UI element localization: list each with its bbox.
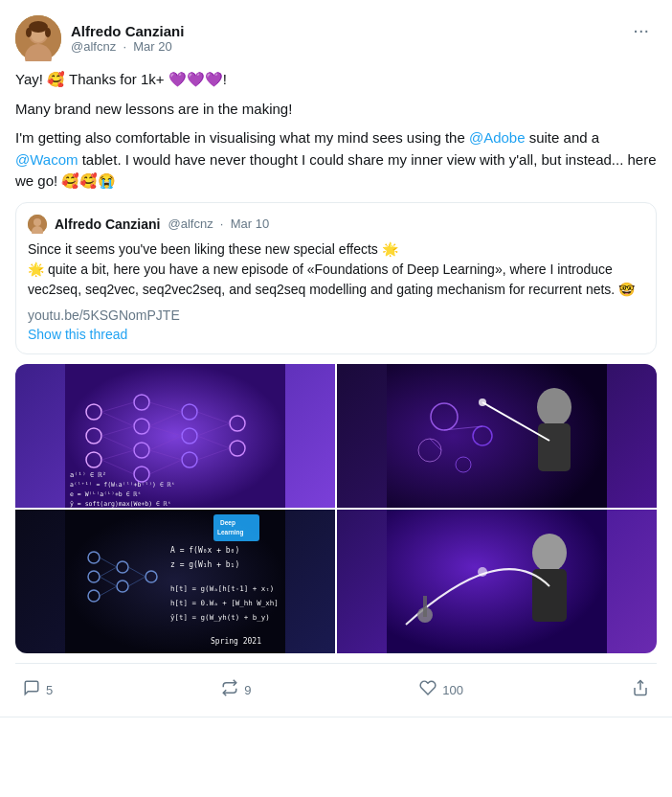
wacom-mention[interactable]: @Wacom — [15, 151, 78, 168]
equations-diagram: A = f(W₀x + b₀) z = g(W₁h + b₁) h[t] = g… — [15, 510, 335, 653]
image-cell-4 — [337, 510, 657, 653]
like-icon — [419, 679, 437, 701]
network-diagram: a⁽¹⁾ ∈ ℝ² a⁽ˡ⁺¹⁾ = f(Wₗa⁽ˡ⁾+b⁽ˡ⁾) ∈ ℝˢ e… — [15, 364, 335, 508]
svg-rect-45 — [538, 423, 571, 471]
avatar-svg — [15, 15, 61, 61]
tweet-header-left: Alfredo Canziani @alfcnz · Mar 20 — [15, 15, 184, 61]
adobe-mention[interactable]: @Adobe — [469, 129, 526, 146]
tweet-line1: Yay! 🥰 Thanks for 1k+ 💜💜💜! — [15, 69, 657, 91]
image-cell-1: a⁽¹⁾ ∈ ℝ² a⁽ˡ⁺¹⁾ = f(Wₗa⁽ˡ⁾+b⁽ˡ⁾) ∈ ℝˢ e… — [15, 364, 335, 508]
image-grid: a⁽¹⁾ ∈ ℝ² a⁽ˡ⁺¹⁾ = f(Wₗa⁽ˡ⁾+b⁽ˡ⁾) ∈ ℝˢ e… — [15, 364, 657, 653]
svg-point-44 — [537, 388, 571, 426]
svg-text:A = f(W₀x + b₀): A = f(W₀x + b₀) — [170, 546, 239, 555]
like-count: 100 — [442, 683, 463, 697]
svg-point-47 — [479, 398, 486, 406]
retweet-icon — [221, 679, 238, 701]
svg-rect-80 — [423, 596, 427, 617]
user-name: Alfredo Canziani — [71, 23, 184, 39]
svg-text:ŷ[t] = g(W_yh(t) + b_y): ŷ[t] = g(W_yh(t) + b_y) — [170, 613, 270, 622]
user-info: Alfredo Canziani @alfcnz · Mar 20 — [71, 23, 184, 54]
svg-text:Learning: Learning — [217, 529, 243, 536]
svg-rect-76 — [387, 510, 607, 653]
youtube-link[interactable]: youtu.be/5KSGNomPJTE — [28, 307, 644, 323]
reply-count: 5 — [46, 683, 53, 697]
tweet-actions: 5 9 100 — [15, 663, 657, 717]
svg-point-4 — [29, 21, 48, 33]
person-diagram-2 — [337, 510, 657, 653]
quoted-user-name: Alfredo Canziani — [55, 216, 160, 232]
svg-text:h[t] = 0.Wₐ + [W_hh W_xh]: h[t] = 0.Wₐ + [W_hh W_xh] — [170, 599, 279, 607]
tweet-line2: Many brand new lessons are in the making… — [15, 99, 657, 121]
tweet-line3: I'm getting also comfortable in visualis… — [15, 127, 657, 193]
tweet-card: Alfredo Canziani @alfcnz · Mar 20 ··· Ya… — [0, 0, 672, 717]
quoted-body: Since it seems you've been liking these … — [28, 239, 644, 300]
quoted-tweet[interactable]: Alfredo Canziani @alfcnz · Mar 10 Since … — [15, 202, 657, 354]
tweet-body: Yay! 🥰 Thanks for 1k+ 💜💜💜! Many brand ne… — [15, 69, 657, 193]
svg-text:Deep: Deep — [220, 519, 235, 527]
svg-text:z = g(W₁h + b₁): z = g(W₁h + b₁) — [170, 560, 239, 569]
svg-text:a⁽¹⁾ ∈ ℝ²: a⁽¹⁾ ∈ ℝ² — [70, 471, 106, 479]
image-cell-3: A = f(W₀x + b₀) z = g(W₁h + b₁) h[t] = g… — [15, 510, 335, 653]
like-button[interactable]: 100 — [412, 675, 471, 705]
retweet-button[interactable]: 9 — [213, 675, 258, 705]
reply-button[interactable]: 5 — [15, 675, 60, 705]
avatar — [15, 15, 61, 61]
quoted-handle-date: @alfcnz · Mar 10 — [168, 216, 269, 231]
svg-rect-43 — [387, 364, 607, 508]
person-diagram-1 — [337, 364, 657, 508]
quoted-header: Alfredo Canziani @alfcnz · Mar 10 — [28, 215, 644, 234]
svg-point-5 — [26, 28, 32, 37]
svg-text:e = W⁽ᴸ⁾a⁽ᴸ⁾+b ∈ ℝˢ: e = W⁽ᴸ⁾a⁽ᴸ⁾+b ∈ ℝˢ — [70, 490, 141, 498]
svg-text:ŷ = soft(arg)max(We+b) ∈ ℝˢ: ŷ = soft(arg)max(We+b) ∈ ℝˢ — [70, 500, 171, 508]
user-handle-date: @alfcnz · Mar 20 — [71, 39, 184, 54]
reply-icon — [23, 679, 40, 701]
retweet-count: 9 — [244, 683, 251, 697]
svg-point-81 — [478, 567, 487, 577]
share-button[interactable] — [624, 675, 657, 705]
svg-point-6 — [45, 28, 51, 37]
svg-point-77 — [532, 534, 567, 572]
svg-text:a⁽ˡ⁺¹⁾ = f(Wₗa⁽ˡ⁾+b⁽ˡ⁾) ∈ ℝˢ: a⁽ˡ⁺¹⁾ = f(Wₗa⁽ˡ⁾+b⁽ˡ⁾) ∈ ℝˢ — [70, 481, 175, 489]
show-thread-link[interactable]: Show this thread — [28, 327, 644, 342]
svg-text:h[t] = g(Wₐ[h[t-1] + xₜ): h[t] = g(Wₐ[h[t-1] + xₜ) — [170, 584, 274, 593]
quoted-avatar — [28, 215, 47, 234]
svg-text:Spring 2021: Spring 2021 — [211, 637, 261, 646]
share-icon — [632, 679, 649, 701]
more-button[interactable]: ··· — [625, 15, 657, 45]
svg-point-8 — [34, 218, 41, 226]
image-cell-2 — [337, 364, 657, 508]
tweet-header: Alfredo Canziani @alfcnz · Mar 20 ··· — [15, 15, 657, 61]
